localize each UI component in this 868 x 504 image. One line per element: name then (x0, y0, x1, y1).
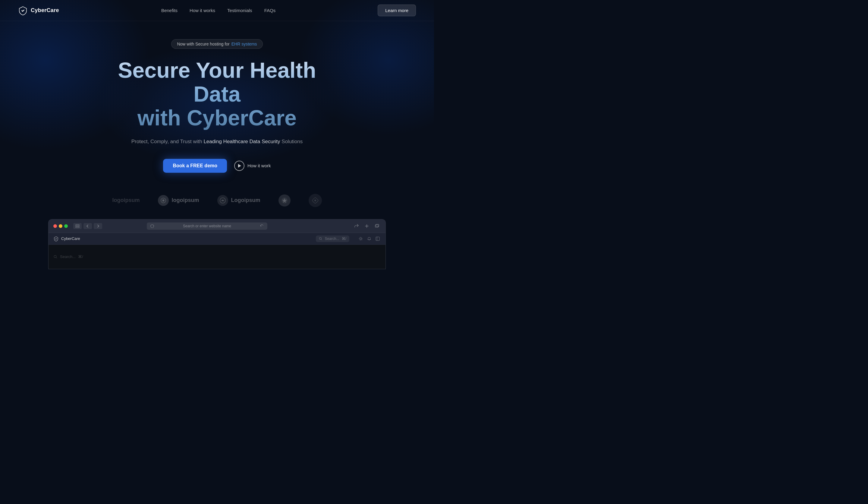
dot-green[interactable] (64, 224, 68, 228)
dot-yellow[interactable] (59, 224, 62, 228)
svg-rect-8 (76, 226, 79, 228)
svg-point-3 (163, 200, 164, 201)
browser-bookmarks: CyberCare Search... ⌘/ (49, 233, 385, 245)
forward-btn[interactable] (94, 223, 102, 229)
svg-point-12 (360, 238, 362, 240)
browser-url-bar[interactable]: Search or enter website name (147, 223, 267, 230)
nav-cta-button[interactable]: Learn more (378, 4, 416, 16)
play-triangle (238, 164, 241, 167)
inner-search-text: Search... (60, 254, 76, 259)
svg-point-11 (319, 237, 321, 239)
nav-links: Benefits How it works Testimonials FAQs (161, 8, 276, 13)
logo-text-2: Logoipsum (231, 197, 260, 204)
inner-search-shortcut: ⌘/ (78, 254, 83, 259)
logos-section: logoipsum logoipsum Logoipsum (0, 185, 434, 216)
logo-text-1: logoipsum (172, 197, 199, 204)
nav-link-testimonials[interactable]: Testimonials (227, 8, 252, 13)
sun-icon[interactable] (358, 236, 364, 242)
how-it-works-button[interactable]: How it work (234, 161, 271, 171)
navbar: CyberCare Benefits How it works Testimon… (0, 0, 434, 21)
logo-item-2: Logoipsum (217, 195, 260, 206)
dot-red[interactable] (53, 224, 57, 228)
browser-section: Search or enter website name (0, 216, 434, 269)
sidebar-toggle-icon[interactable] (375, 236, 381, 242)
logo-icon-2 (217, 195, 228, 206)
svg-rect-13 (376, 237, 380, 240)
browser-frame: Search or enter website name (48, 219, 386, 269)
hero-subtitle-end: Solutions (280, 138, 303, 144)
hero-badge-text: Now with Secure hosting for (177, 42, 229, 47)
svg-point-6 (314, 199, 316, 201)
browser-dots (53, 224, 68, 228)
bookmark-search-text: Search... (325, 237, 339, 241)
bookmark-logo-text: CyberCare (61, 236, 80, 241)
bell-icon[interactable] (366, 236, 372, 242)
hero-section: Now with Secure hosting for EHR systems … (0, 21, 434, 185)
logo-text-0: logoipsum (112, 197, 140, 204)
hero-subtitle-start: Protect, Comply, and Trust with (132, 138, 204, 144)
refresh-icon (260, 224, 264, 228)
inner-search-icon (53, 255, 58, 259)
logo-item-0: logoipsum (112, 197, 140, 204)
logo-item-3 (278, 194, 291, 206)
browser-toolbar: Search or enter website name (49, 219, 385, 233)
nav-link-how-it-works[interactable]: How it works (189, 8, 215, 13)
nav-link-benefits[interactable]: Benefits (161, 8, 177, 13)
hero-subtitle-bold: Leading Healthcare Data Security (204, 138, 280, 144)
hero-subtitle: Protect, Comply, and Trust with Leading … (6, 137, 428, 146)
hero-title: Secure Your Health Data with CyberCare (112, 59, 322, 130)
share-btn[interactable] (353, 223, 360, 230)
browser-actions (353, 223, 381, 230)
how-it-works-label: How it work (247, 163, 271, 168)
bookmark-search[interactable]: Search... ⌘/ (316, 235, 349, 242)
back-btn[interactable] (83, 223, 92, 229)
book-demo-button[interactable]: Book a FREE demo (163, 159, 227, 173)
play-icon (234, 161, 245, 171)
bookmark-logo-icon (53, 236, 59, 241)
nav-link-faqs[interactable]: FAQs (264, 8, 276, 13)
windows-btn[interactable] (373, 223, 381, 230)
cybercare-logo-icon (18, 6, 28, 16)
hero-title-line2: with CyberCare (137, 106, 297, 130)
tab-switcher-btn[interactable] (73, 223, 82, 229)
browser-content: Search... ⌘/ (49, 245, 385, 269)
logo-item-4 (309, 194, 322, 207)
logo-icon-3 (278, 194, 291, 206)
nav-logo-text: CyberCare (31, 7, 59, 13)
logo-item-1: logoipsum (158, 195, 199, 206)
browser-controls (73, 223, 102, 229)
hero-badge: Now with Secure hosting for EHR systems (171, 39, 262, 49)
logo-icon-4 (309, 194, 322, 207)
hero-badge-highlight: EHR systems (231, 42, 257, 47)
bookmark-search-shortcut: ⌘/ (342, 237, 346, 241)
hero-buttons: Book a FREE demo How it work (6, 159, 428, 173)
nav-logo[interactable]: CyberCare (18, 6, 59, 16)
svg-rect-7 (76, 225, 79, 226)
new-tab-btn[interactable] (363, 223, 370, 230)
browser-inner-search: Search... ⌘/ (53, 254, 83, 259)
hero-title-line1: Secure Your Health Data (118, 58, 316, 106)
shield-icon (151, 224, 154, 228)
svg-point-0 (22, 10, 23, 11)
logos-track: logoipsum logoipsum Logoipsum (18, 194, 416, 207)
bookmark-search-icon (319, 237, 322, 240)
logo-icon-1 (158, 195, 169, 206)
url-text: Search or enter website name (156, 224, 258, 228)
bookmark-logo: CyberCare (53, 236, 80, 241)
